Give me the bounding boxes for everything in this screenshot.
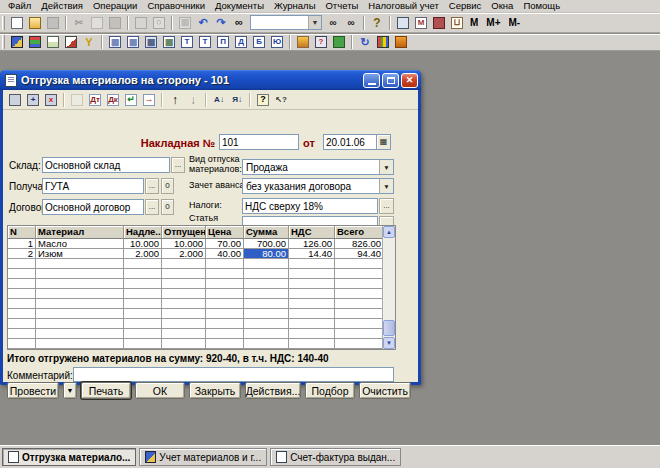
recipient-input[interactable] (42, 178, 144, 194)
column-header[interactable]: Отпущено (162, 226, 206, 239)
tab-shipment-document[interactable]: Отгрузка материало... (2, 448, 136, 466)
find-prev-icon[interactable]: ∞ (342, 15, 360, 31)
filter-icon[interactable]: Y (80, 34, 98, 50)
toolbar-grip[interactable] (2, 16, 5, 30)
new-document-icon[interactable] (8, 15, 26, 31)
display-board-icon[interactable] (394, 15, 412, 31)
window-title-bar[interactable]: Отгрузка материалов на сторону - 101 ✕ (0, 70, 421, 90)
menu-journals[interactable]: Журналы (269, 0, 321, 12)
calendar-icon[interactable]: М (412, 15, 430, 31)
journal-button-2[interactable]: ▦ (124, 34, 142, 50)
menu-documents[interactable]: Документы (210, 0, 269, 12)
menu-file[interactable]: Файл (3, 0, 36, 12)
menu-actions[interactable]: Действия (36, 0, 88, 12)
column-header[interactable]: Сумма (244, 226, 289, 239)
menu-service[interactable]: Сервис (444, 0, 487, 12)
table-empty-row[interactable] (8, 329, 395, 339)
redo-icon[interactable]: ↷ (212, 15, 230, 31)
documents-journal-icon[interactable] (8, 34, 26, 50)
actions-button[interactable]: Действия... (245, 382, 301, 399)
reports-icon[interactable] (26, 34, 44, 50)
enter-on-base-icon[interactable]: ↵ (122, 92, 140, 108)
taxes-input[interactable] (242, 198, 378, 214)
table-empty-row[interactable] (8, 299, 395, 309)
menu-windows[interactable]: Окна (486, 0, 518, 12)
tab-invoice-issued[interactable]: Счет-фактура выдан... (270, 448, 401, 466)
column-header[interactable]: НДС (289, 226, 335, 239)
menu-reports[interactable]: Отчеты (320, 0, 363, 12)
column-header[interactable]: N (8, 226, 36, 239)
taxes-browse-button[interactable]: ... (379, 198, 394, 214)
post-dropdown-icon[interactable]: ▼ (63, 382, 77, 399)
book-icon[interactable]: ⊔ (448, 15, 466, 31)
refresh-icon[interactable]: ↻ (356, 34, 374, 50)
operations-journal-icon[interactable] (62, 34, 80, 50)
close-form-button[interactable]: Закрыть (189, 382, 241, 399)
table-empty-row[interactable] (8, 279, 395, 289)
table-empty-row[interactable] (8, 319, 395, 329)
print-form-icon[interactable]: + (24, 92, 42, 108)
print-icon[interactable] (6, 92, 24, 108)
journal-button-3[interactable]: ▦ (142, 34, 160, 50)
guide-icon[interactable] (392, 34, 410, 50)
column-header[interactable]: Материал (36, 226, 124, 239)
journal-button-t1[interactable]: Т (178, 34, 196, 50)
clear-button[interactable]: Очистить (359, 382, 411, 399)
table-row[interactable]: 2 Изюм 2.000 2.000 40.00 80.00 14.40 94.… (8, 249, 395, 259)
debit-posting-icon[interactable]: Дт (86, 92, 104, 108)
materials-table[interactable]: N Материал Надле... Отпущено Цена Сумма … (7, 225, 396, 350)
menu-references[interactable]: Справочники (142, 0, 210, 12)
invoice-date-input[interactable] (323, 134, 376, 150)
print-cancel-icon[interactable]: x (42, 92, 60, 108)
help-icon[interactable]: ? (368, 15, 386, 31)
journal-button-4[interactable]: ▦ (160, 34, 178, 50)
journal-button-b[interactable]: Б (250, 34, 268, 50)
chevron-down-icon[interactable]: ▼ (308, 16, 321, 29)
memory-minus-button[interactable]: М- (505, 15, 525, 31)
invoice-number-input[interactable] (219, 134, 299, 150)
warehouse-input[interactable] (42, 157, 170, 173)
calculator-icon[interactable] (430, 15, 448, 31)
selected-cell[interactable]: 80.00 (244, 249, 289, 259)
memory-recall-button[interactable]: М (466, 15, 482, 31)
journal-button-t2[interactable]: Т (196, 34, 214, 50)
tab-materials-journal[interactable]: Учет материалов и г... (139, 448, 267, 466)
goto-document-icon[interactable]: → (140, 92, 158, 108)
calendar-picker-icon[interactable]: ▦ (376, 134, 391, 150)
recipient-history-button[interactable]: 0 (161, 178, 174, 194)
help-icon[interactable]: ? (254, 92, 272, 108)
table-empty-row[interactable] (8, 339, 395, 349)
chevron-down-icon[interactable]: ▼ (379, 179, 393, 193)
table-empty-row[interactable] (8, 269, 395, 279)
table-empty-row[interactable] (8, 309, 395, 319)
menu-tax-accounting[interactable]: Налоговый учет (363, 0, 443, 12)
monitor-users-icon[interactable]: ? (312, 34, 330, 50)
toolbar-grip[interactable] (2, 35, 5, 49)
contract-browse-button[interactable]: ... (145, 199, 159, 215)
recipient-browse-button[interactable]: ... (145, 178, 159, 194)
close-button[interactable]: ✕ (401, 73, 418, 88)
open-folder-icon[interactable] (26, 15, 44, 31)
table-scrollbar[interactable]: ▲ ▼ (382, 226, 395, 349)
column-header[interactable]: Цена (206, 226, 244, 239)
contract-history-button[interactable]: 0 (161, 199, 174, 215)
internet-icon[interactable] (330, 34, 348, 50)
warehouse-browse-button[interactable]: ... (171, 157, 185, 173)
memory-plus-button[interactable]: М+ (482, 15, 504, 31)
column-header[interactable]: Всего (335, 226, 384, 239)
journal-button-d[interactable]: Д (232, 34, 250, 50)
scroll-down-icon[interactable]: ▼ (383, 337, 395, 349)
pick-button[interactable]: Подбор (305, 382, 355, 399)
credit-posting-icon[interactable]: Дк (104, 92, 122, 108)
contract-input[interactable] (42, 199, 144, 215)
chevron-down-icon[interactable]: ▼ (379, 160, 393, 174)
scroll-up-icon[interactable]: ▲ (383, 226, 395, 238)
release-type-combo[interactable]: Продажа ▼ (242, 159, 394, 175)
sort-descending-icon[interactable]: Я↓ (228, 92, 246, 108)
table-empty-row[interactable] (8, 259, 395, 269)
journal-button-p[interactable]: П (214, 34, 232, 50)
journal-button-1[interactable]: ▦ (106, 34, 124, 50)
table-row[interactable]: 1 Масло 10.000 10.000 70.00 700.00 126.0… (8, 239, 395, 249)
journal-button-yu[interactable]: Ю (268, 34, 286, 50)
minimize-button[interactable] (363, 73, 380, 88)
